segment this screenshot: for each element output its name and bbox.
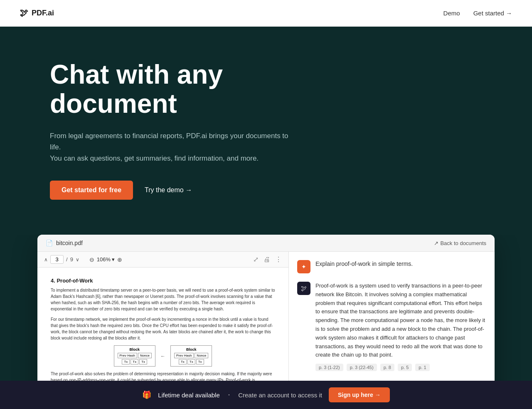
ai-message-text: Proof-of-work is a system used to verify…	[315, 280, 485, 358]
logo[interactable]: 🕊 PDF.ai	[20, 8, 54, 18]
pdf-tools: ⤢ 🖨 ⋮	[253, 255, 282, 263]
hero-section: Chat with any document From legal agreem…	[0, 27, 532, 235]
sign-up-button[interactable]: Sign up here →	[329, 387, 390, 402]
chat-message-ai: 🕊 Proof-of-work is a system used to veri…	[297, 282, 486, 371]
zoom-dropdown-icon[interactable]: ▾	[112, 256, 115, 263]
try-demo-button[interactable]: Try the demo →	[145, 186, 192, 194]
zoom-value: 106%	[97, 256, 111, 263]
block2-nonce: Nonce	[195, 353, 208, 358]
user-bubble: Explain proof-of-work in simple terms.	[315, 260, 486, 273]
next-page-button[interactable]: ∨	[76, 257, 79, 263]
navbar: 🕊 PDF.ai Demo Get started →	[0, 0, 532, 27]
banner-emoji: 🎁	[142, 390, 151, 399]
block1-tx1: Tx	[122, 359, 130, 364]
block1-tx2: Tx	[131, 359, 138, 364]
block2-title: Block	[174, 347, 208, 352]
pdf-text-2: For our timestamp network, we implement …	[51, 316, 275, 341]
hero-subtitle-line1: From legal agreements to financial repor…	[50, 132, 288, 151]
demo-header: 📄 bitcoin.pdf ↗ Back to documents	[37, 235, 495, 252]
block-box-2: Block Prev Hash Nonce Tx Tx Tx	[170, 345, 212, 367]
page-input[interactable]	[50, 255, 64, 264]
user-avatar-icon: ✦	[301, 263, 306, 270]
get-started-button[interactable]: Get started for free	[50, 181, 133, 200]
more-options-icon[interactable]: ⋮	[275, 255, 282, 263]
chat-sources: p. 3 (1-22) p. 3 (22-45) p. 8 p. 5 p. 1	[315, 364, 486, 371]
back-to-docs-label: Back to documents	[440, 240, 486, 246]
zoom-in-button[interactable]: ⊕	[117, 256, 122, 263]
pdf-zoom: ⊖ 106% ▾ ⊕	[89, 256, 122, 263]
filename-text: bitcoin.pdf	[56, 240, 83, 246]
source-tag-2[interactable]: p. 8	[380, 364, 394, 371]
hero-subtitle-line2: You can ask questions, get summaries, fi…	[50, 154, 259, 162]
block2-tx3: Tx	[196, 359, 204, 364]
nav-demo-link[interactable]: Demo	[443, 10, 460, 17]
print-icon[interactable]: 🖨	[264, 256, 270, 263]
source-tag-3[interactable]: p. 5	[398, 364, 412, 371]
nav-get-started-link[interactable]: Get started →	[473, 10, 512, 17]
block2-prev-hash: Prev Hash	[174, 353, 194, 358]
ai-bubble: Proof-of-work is a system used to verify…	[315, 282, 486, 371]
page-total: 9	[70, 256, 73, 263]
banner-text: Lifetime deal available	[158, 392, 219, 399]
source-tag-0[interactable]: p. 3 (1-22)	[315, 364, 343, 371]
fit-page-icon[interactable]: ⤢	[253, 255, 259, 263]
back-arrow-icon: ↗	[434, 240, 438, 246]
block2-tx2: Tx	[187, 359, 195, 364]
pdf-text-1: To implement a distributed timestamp ser…	[51, 287, 275, 312]
block1-title: Block	[118, 347, 152, 352]
prev-page-button[interactable]: ∧	[44, 257, 48, 263]
pdf-section-title: 4. Proof-of-Work	[51, 278, 275, 284]
nav-links: Demo Get started →	[443, 10, 512, 17]
logo-icon: 🕊	[20, 8, 28, 18]
pdf-nav: ∧ / 9 ∨	[44, 255, 79, 264]
user-avatar: ✦	[297, 260, 310, 273]
user-message-text: Explain proof-of-work in simple terms.	[315, 258, 413, 267]
logo-text: PDF.ai	[32, 9, 54, 17]
source-tag-1[interactable]: p. 3 (22-45)	[347, 364, 377, 371]
demo-filename: 📄 bitcoin.pdf	[46, 240, 83, 246]
hero-buttons: Get started for free Try the demo →	[50, 181, 482, 200]
banner-cta-text: Create an account to access it	[238, 392, 322, 399]
bottom-banner: 🎁 Lifetime deal available · Create an ac…	[0, 381, 532, 409]
block2-tx1: Tx	[179, 359, 187, 364]
hero-subtitle: From legal agreements to financial repor…	[50, 130, 299, 164]
block1-prev-hash: Prev Hash	[118, 353, 137, 358]
ai-avatar: 🕊	[297, 282, 310, 295]
zoom-out-button[interactable]: ⊖	[89, 256, 94, 263]
block-box-1: Block Prev Hash Nonce Tx Tx Tx	[114, 345, 155, 367]
block1-nonce: Nonce	[138, 353, 152, 358]
source-tag-4[interactable]: p. 1	[415, 364, 429, 371]
file-icon: 📄	[46, 240, 53, 246]
chat-message-user: ✦ Explain proof-of-work in simple terms.	[297, 260, 486, 273]
block1-tx3: Tx	[139, 359, 147, 364]
ai-avatar-icon: 🕊	[301, 285, 307, 292]
zoom-level: 106% ▾	[97, 256, 115, 263]
block-arrow: ←	[160, 345, 165, 367]
pdf-diagram: Block Prev Hash Nonce Tx Tx Tx ←	[51, 345, 275, 367]
page-separator: /	[66, 256, 68, 263]
back-to-docs-button[interactable]: ↗ Back to documents	[434, 240, 486, 246]
hero-title: Chat with any document	[50, 60, 341, 119]
pdf-toolbar: ∧ / 9 ∨ ⊖ 106% ▾ ⊕	[37, 252, 288, 268]
banner-separator: ·	[228, 391, 230, 399]
